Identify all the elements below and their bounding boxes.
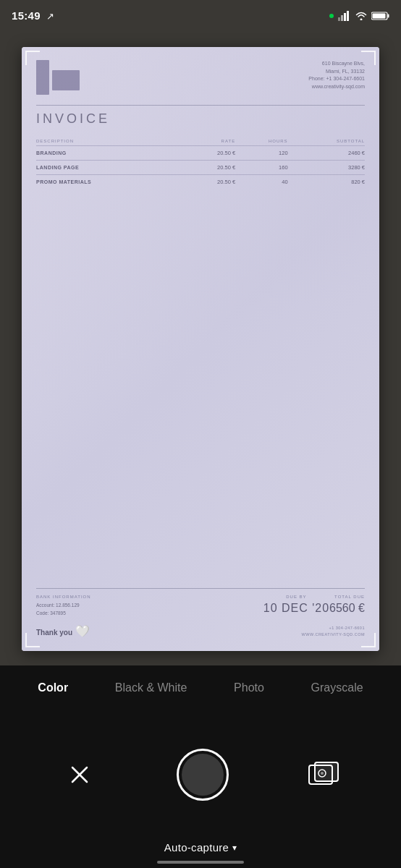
row3-rate: 20.50 € (186, 175, 235, 190)
status-icons (329, 11, 389, 21)
corner-marker-tl (25, 51, 40, 65)
gallery-icon (308, 762, 339, 788)
svg-rect-6 (373, 14, 386, 19)
row3-subtotal: 820 € (288, 175, 365, 190)
status-time: 15:49 (12, 9, 41, 22)
corner-marker-bl (25, 633, 40, 647)
svg-rect-2 (344, 13, 346, 21)
col-header-rate: RATE (186, 137, 235, 146)
doc-footer: Thank you 🤍 +1 304-247-6601 WWW.CREATIVI… (36, 624, 365, 638)
total-section: TOTAL DUE 6560 € (329, 595, 365, 615)
wifi-icon (355, 12, 367, 20)
status-left: 15:49 ↗ (12, 9, 54, 22)
header-divider (36, 105, 365, 106)
company-phone: Phone: +1 304-247-6601 (308, 75, 365, 83)
due-section: DUE BY 10 DEC '20 (263, 595, 329, 615)
col-header-subtotal: SUBTOTAL (288, 137, 365, 146)
bank-info-label: BANK INFORMATION (36, 595, 263, 599)
camera-controls (0, 707, 401, 841)
heart-icon: 🤍 (75, 625, 90, 637)
footer-website: WWW.CREATIVITY-SQD.COM (302, 631, 365, 638)
auto-capture-arrow-icon: ▾ (232, 843, 237, 853)
row1-subtotal: 2460 € (288, 146, 365, 161)
row1-description: BRANDING (36, 146, 186, 161)
row3-description: PROMO MATERIALS (36, 175, 186, 190)
corner-marker-br (361, 633, 376, 647)
filter-photo[interactable]: Photo (228, 678, 270, 697)
document-frame: 610 Biscayne Blvs, Miami, FL, 33132 Phon… (22, 47, 379, 651)
filter-options[interactable]: Color Black & White Photo Grayscale (0, 665, 401, 707)
due-date: 10 DEC '20 (263, 602, 329, 615)
signal-icon (338, 11, 351, 21)
invoice-title: INVOICE (36, 111, 365, 127)
shutter-button[interactable] (177, 749, 229, 801)
table-row: LANDING PAGE 20.50 € 160 3280 € (36, 161, 365, 175)
col-header-hours: HOURS (235, 137, 287, 146)
company-logo (36, 60, 80, 95)
company-website: www.creativity-sqd.com (308, 83, 365, 91)
footer-phone: +1 304-247-6601 (302, 625, 365, 631)
row1-rate: 20.50 € (186, 146, 235, 161)
status-bar: 15:49 ↗ (0, 0, 401, 32)
row2-description: LANDING PAGE (36, 161, 186, 175)
total-amount: 6560 € (329, 602, 365, 615)
gallery-button[interactable] (308, 759, 339, 791)
row3-hours: 40 (235, 175, 287, 190)
document-inner: 610 Biscayne Blvs, Miami, FL, 33132 Phon… (22, 47, 379, 651)
home-indicator (157, 861, 244, 864)
row2-subtotal: 3280 € (288, 161, 365, 175)
green-dot-indicator (329, 14, 334, 18)
row2-hours: 160 (235, 161, 287, 175)
location-icon: ↗ (46, 11, 54, 22)
cancel-button[interactable] (62, 757, 98, 793)
row1-hours: 120 (235, 146, 287, 161)
bank-info-section: BANK INFORMATION Account: 12.856.129 Cod… (36, 595, 263, 617)
svg-rect-1 (341, 15, 343, 21)
filter-black-white[interactable]: Black & White (109, 678, 193, 697)
due-label: DUE BY (263, 595, 329, 599)
auto-capture-label: Auto-capture (164, 841, 229, 854)
bank-account: Account: 12.856.129 (36, 602, 263, 609)
svg-point-12 (321, 772, 324, 775)
auto-capture-row[interactable]: Auto-capture ▾ (0, 841, 401, 868)
camera-viewfinder: 610 Biscayne Blvs, Miami, FL, 33132 Phon… (0, 0, 401, 665)
company-address: 610 Biscayne Blvs, Miami, FL, 33132 Phon… (308, 60, 365, 90)
table-row: PROMO MATERIALS 20.50 € 40 820 € (36, 175, 365, 190)
bank-code: Code: 347895 (36, 610, 263, 617)
bottom-row: BANK INFORMATION Account: 12.856.129 Cod… (36, 595, 365, 617)
svg-rect-0 (338, 17, 340, 21)
invoice-table: DESCRIPTION RATE HOURS SUBTOTAL BRANDING… (36, 137, 365, 189)
address-line1: 610 Biscayne Blvs, (308, 60, 365, 68)
row2-rate: 20.50 € (186, 161, 235, 175)
bottom-toolbar: Color Black & White Photo Grayscale (0, 665, 401, 868)
doc-header: 610 Biscayne Blvs, Miami, FL, 33132 Phon… (36, 60, 365, 95)
shutter-inner (182, 754, 224, 796)
table-row: BRANDING 20.50 € 120 2460 € (36, 146, 365, 161)
address-line2: Miami, FL, 33132 (308, 68, 365, 76)
doc-bottom: BANK INFORMATION Account: 12.856.129 Cod… (36, 588, 365, 638)
battery-icon (371, 12, 389, 20)
filter-color[interactable]: Color (32, 678, 74, 697)
col-header-description: DESCRIPTION (36, 137, 186, 146)
svg-rect-3 (347, 11, 349, 21)
thank-you-text: Thank you 🤍 (36, 624, 90, 638)
footer-contact: +1 304-247-6601 WWW.CREATIVITY-SQD.COM (302, 625, 365, 638)
cancel-icon (69, 765, 90, 785)
svg-rect-5 (388, 14, 389, 18)
logo-rect-tall (36, 60, 49, 95)
corner-marker-tr (361, 51, 376, 65)
bottom-divider (36, 588, 365, 589)
logo-rect-wide (52, 70, 80, 90)
total-label: TOTAL DUE (329, 595, 365, 599)
filter-grayscale[interactable]: Grayscale (305, 678, 369, 697)
